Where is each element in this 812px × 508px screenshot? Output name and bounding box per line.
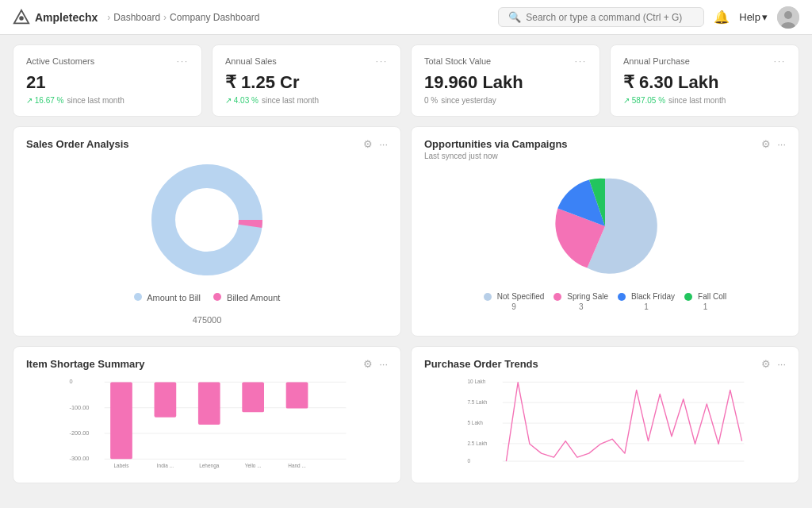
opportunities-card: Opportunities via Campaigns Last synced … bbox=[411, 126, 799, 337]
kpi-label-active-customers: Active Customers bbox=[26, 56, 94, 66]
search-input[interactable] bbox=[526, 12, 694, 23]
more-icon-purchase[interactable]: ··· bbox=[777, 358, 786, 370]
svg-text:Lehenga: Lehenga bbox=[199, 463, 220, 469]
help-button[interactable]: Help ▾ bbox=[739, 11, 768, 23]
sales-order-title: Sales Order Analysis bbox=[26, 138, 129, 150]
bell-icon[interactable]: 🔔 bbox=[714, 10, 730, 25]
item-shortage-title: Item Shortage Summary bbox=[26, 358, 145, 370]
kpi-value-annual-sales: ₹ 1.25 Cr bbox=[225, 72, 388, 93]
bar-chart: 0 -100.00 -200.00 -300.00 Labels India .… bbox=[26, 376, 388, 471]
svg-point-5 bbox=[163, 176, 251, 264]
breadcrumb-company: Company Dashboard bbox=[170, 12, 259, 23]
logo: Ampletechx bbox=[13, 9, 98, 26]
chevron-down-icon: ▾ bbox=[762, 11, 768, 23]
donut-amount: 475000 bbox=[193, 315, 222, 325]
sales-order-analysis-card: Sales Order Analysis ⚙ ··· Amount to Bil… bbox=[13, 126, 401, 337]
kpi-label-annual-sales: Annual Sales bbox=[225, 56, 277, 66]
avatar[interactable] bbox=[777, 6, 799, 29]
kpi-value-total-stock: 19.960 Lakh bbox=[424, 72, 587, 93]
kpi-sub-annual-sales: since last month bbox=[262, 96, 319, 105]
svg-text:-300.00: -300.00 bbox=[69, 455, 89, 462]
opportunities-subtitle: Last synced just now bbox=[424, 152, 568, 160]
svg-point-1 bbox=[19, 16, 24, 21]
more-icon-opp[interactable]: ··· bbox=[777, 138, 786, 150]
svg-text:India ...: India ... bbox=[157, 463, 174, 468]
svg-text:7.5 Lakh: 7.5 Lakh bbox=[467, 399, 487, 405]
legend-black-friday: Black Friday 1 bbox=[618, 292, 675, 311]
svg-rect-17 bbox=[155, 382, 177, 417]
kpi-change-total-stock: 0 % bbox=[424, 96, 438, 105]
svg-text:Hand ...: Hand ... bbox=[288, 463, 306, 468]
logo-text: Ampletechx bbox=[35, 11, 98, 24]
more-icon[interactable]: ··· bbox=[379, 138, 388, 150]
kpi-total-stock: Total Stock Value ··· 19.960 Lakh 0 % si… bbox=[411, 44, 600, 117]
svg-rect-23 bbox=[286, 382, 308, 408]
svg-rect-21 bbox=[242, 382, 264, 412]
search-bar[interactable]: 🔍 bbox=[498, 7, 704, 27]
donut-svg bbox=[144, 156, 270, 283]
pie-chart: Not Specified 9 Spring Sale 3 bbox=[424, 167, 786, 311]
kpi-change-active-customers: ↗ 16.67 % bbox=[26, 96, 63, 105]
svg-text:0: 0 bbox=[69, 378, 72, 385]
kpi-change-annual-sales: ↗ 4.03 % bbox=[225, 96, 259, 105]
line-chart-svg: 10 Lakh 7.5 Lakh 5 Lakh 2.5 Lakh 0 bbox=[424, 376, 786, 471]
kpi-value-active-customers: 21 bbox=[26, 72, 189, 93]
purchase-order-title: Purchase Order Trends bbox=[424, 358, 538, 370]
charts-row-2: Item Shortage Summary ⚙ ··· 0 -100.00 -2… bbox=[13, 346, 799, 483]
search-icon: 🔍 bbox=[508, 11, 521, 23]
filter-icon-purchase[interactable]: ⚙ bbox=[761, 358, 771, 370]
kpi-row: Active Customers ··· 21 ↗ 16.67 % since … bbox=[13, 44, 799, 117]
breadcrumb: › Dashboard › Company Dashboard bbox=[107, 12, 259, 23]
kpi-change-annual-purchase: ↗ 587.05 % bbox=[623, 96, 665, 105]
svg-text:0: 0 bbox=[467, 458, 470, 464]
donut-chart: Amount to Bill Billed Amount 475000 bbox=[26, 156, 388, 325]
svg-text:-200.00: -200.00 bbox=[69, 429, 89, 437]
pie-svg bbox=[546, 167, 665, 286]
logo-icon bbox=[13, 9, 30, 26]
svg-text:2.5 Lakh: 2.5 Lakh bbox=[467, 441, 487, 446]
kpi-sub-annual-purchase: since last month bbox=[668, 96, 726, 105]
kpi-value-annual-purchase: ₹ 6.30 Lakh bbox=[623, 72, 786, 93]
svg-point-3 bbox=[784, 11, 792, 19]
item-shortage-card: Item Shortage Summary ⚙ ··· 0 -100.00 -2… bbox=[13, 346, 401, 483]
breadcrumb-dashboard: Dashboard bbox=[113, 12, 160, 23]
svg-text:Labels: Labels bbox=[113, 463, 128, 468]
more-icon-shortage[interactable]: ··· bbox=[379, 358, 388, 370]
kpi-label-annual-purchase: Annual Purchase bbox=[623, 56, 690, 66]
kpi-annual-purchase: Annual Purchase ··· ₹ 6.30 Lakh ↗ 587.05… bbox=[610, 44, 799, 117]
kpi-label-total-stock: Total Stock Value bbox=[424, 56, 491, 66]
kpi-sub-total-stock: since yesterday bbox=[441, 96, 496, 105]
svg-text:-100.00: -100.00 bbox=[69, 404, 89, 411]
filter-icon-shortage[interactable]: ⚙ bbox=[363, 358, 373, 370]
svg-rect-19 bbox=[198, 382, 220, 425]
legend-amount-to-bill: Amount to Bill bbox=[134, 293, 201, 302]
filter-icon-opp[interactable]: ⚙ bbox=[761, 138, 771, 150]
filter-icon[interactable]: ⚙ bbox=[363, 138, 373, 150]
legend-spring-sale: Spring Sale 3 bbox=[553, 292, 608, 311]
kpi-menu-active-customers[interactable]: ··· bbox=[177, 56, 189, 66]
header-actions: 🔔 Help ▾ bbox=[714, 6, 799, 29]
pie-legend: Not Specified 9 Spring Sale 3 bbox=[484, 292, 726, 311]
main-content: Active Customers ··· 21 ↗ 16.67 % since … bbox=[0, 35, 812, 493]
opportunities-title: Opportunities via Campaigns bbox=[424, 138, 568, 150]
kpi-menu-annual-purchase[interactable]: ··· bbox=[774, 56, 786, 66]
line-chart: 10 Lakh 7.5 Lakh 5 Lakh 2.5 Lakh 0 bbox=[424, 376, 786, 471]
legend-not-specified: Not Specified 9 bbox=[484, 292, 544, 311]
kpi-active-customers: Active Customers ··· 21 ↗ 16.67 % since … bbox=[13, 44, 202, 117]
purchase-order-card: Purchase Order Trends ⚙ ··· 10 Lakh 7.5 … bbox=[411, 346, 799, 483]
kpi-sub-active-customers: since last month bbox=[67, 96, 124, 105]
legend-fall-coll: Fall Coll 1 bbox=[684, 292, 726, 311]
svg-text:Yello ...: Yello ... bbox=[245, 463, 262, 468]
svg-text:10 Lakh: 10 Lakh bbox=[467, 379, 485, 384]
kpi-menu-annual-sales[interactable]: ··· bbox=[376, 56, 388, 66]
header: Ampletechx › Dashboard › Company Dashboa… bbox=[0, 0, 812, 35]
svg-text:5 Lakh: 5 Lakh bbox=[467, 420, 483, 425]
svg-rect-15 bbox=[110, 382, 132, 459]
kpi-annual-sales: Annual Sales ··· ₹ 1.25 Cr ↗ 4.03 % sinc… bbox=[212, 44, 401, 117]
legend-billed-amount: Billed Amount bbox=[213, 293, 280, 302]
charts-row-1: Sales Order Analysis ⚙ ··· Amount to Bil… bbox=[13, 126, 799, 337]
bar-chart-svg: 0 -100.00 -200.00 -300.00 Labels India .… bbox=[26, 376, 388, 471]
kpi-menu-total-stock[interactable]: ··· bbox=[575, 56, 587, 66]
